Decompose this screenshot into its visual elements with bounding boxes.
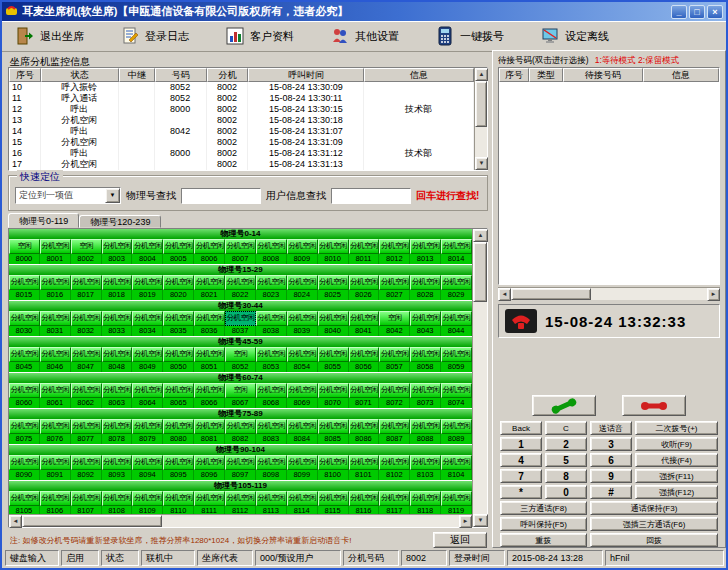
extension-button[interactable]: 分机空闲: [71, 311, 102, 326]
call-button[interactable]: [532, 395, 596, 416]
extension-button[interactable]: 分机空闲: [287, 275, 318, 290]
extension-button[interactable]: 分机空闲: [9, 347, 40, 362]
extension-button[interactable]: 分机空闲: [40, 491, 71, 506]
extension-button[interactable]: 分机空闲: [71, 455, 102, 470]
extension-button[interactable]: 分机空闲: [102, 491, 133, 506]
scroll-left-button[interactable]: ◄: [498, 288, 511, 301]
extension-button[interactable]: 分机空闲: [256, 419, 287, 434]
extension-button[interactable]: 分机空闲: [40, 347, 71, 362]
extension-button[interactable]: 分机空闲: [194, 347, 225, 362]
waiting-hscrollbar[interactable]: ◄ ►: [498, 287, 720, 300]
extension-button[interactable]: 分机空闲: [194, 491, 225, 506]
monitor-row[interactable]: 10呼入振铃8052800215-08-24 13:30:09: [9, 82, 474, 93]
extension-button[interactable]: 分机空闲: [287, 419, 318, 434]
extension-button[interactable]: 分机空闲: [256, 239, 287, 254]
scroll-down-button[interactable]: ▼: [473, 514, 488, 527]
extension-button[interactable]: 分机空闲: [287, 455, 318, 470]
extension-button[interactable]: 分机空闲: [194, 239, 225, 254]
scrollbar-track[interactable]: [473, 242, 487, 514]
extension-button[interactable]: 分机空闲: [410, 455, 441, 470]
extension-button[interactable]: 分机空闲: [379, 383, 410, 398]
extension-button[interactable]: 分机空闲: [102, 383, 133, 398]
extension-button[interactable]: 分机空闲: [102, 455, 133, 470]
keypad-button[interactable]: 7: [500, 469, 542, 483]
scroll-up-button[interactable]: ▲: [473, 229, 488, 242]
scrollbar-thumb[interactable]: [475, 81, 487, 127]
extension-button[interactable]: 分机空闲: [256, 491, 287, 506]
other-settings-button[interactable]: 其他设置: [325, 23, 404, 49]
extension-button[interactable]: 分机空闲: [163, 491, 194, 506]
monitor-row[interactable]: 12呼出8000800215-08-24 13:30:15技术部: [9, 104, 474, 115]
extension-button[interactable]: 分机空闲: [225, 419, 256, 434]
extension-button[interactable]: 分机空闲: [349, 347, 380, 362]
extension-button[interactable]: 分机空闲: [410, 419, 441, 434]
extension-button[interactable]: 分机空闲: [71, 383, 102, 398]
extension-button[interactable]: 空闲: [225, 347, 256, 362]
extension-button[interactable]: 分机空闲: [194, 419, 225, 434]
extension-button[interactable]: 空闲: [225, 383, 256, 398]
extension-button[interactable]: 分机空闲: [194, 275, 225, 290]
extension-button[interactable]: 分机空闲: [132, 275, 163, 290]
extension-button[interactable]: 分机空闲: [225, 239, 256, 254]
maximize-button[interactable]: □: [689, 5, 705, 19]
extension-button[interactable]: 分机空闲: [163, 311, 194, 326]
extension-button[interactable]: 分机空闲: [410, 311, 441, 326]
locate-field-select[interactable]: 定位到一项值 ▼: [15, 187, 121, 204]
keypad-button[interactable]: 通话保持(F3): [590, 501, 718, 515]
extension-button[interactable]: 分机空闲: [102, 311, 133, 326]
extension-button[interactable]: 分机空闲: [40, 311, 71, 326]
extension-button[interactable]: 分机空闲: [9, 311, 40, 326]
extension-button[interactable]: 分机空闲: [349, 239, 380, 254]
extension-button[interactable]: 分机空闲: [71, 275, 102, 290]
extension-button[interactable]: 分机空闲: [256, 347, 287, 362]
scrollbar-thumb[interactable]: [22, 515, 162, 527]
extension-button[interactable]: 空闲: [9, 239, 40, 254]
extension-button[interactable]: 分机空闲: [102, 275, 133, 290]
extension-button[interactable]: 分机空闲: [318, 491, 349, 506]
monitor-row[interactable]: 13分机空闲800215-08-24 13:30:18: [9, 115, 474, 126]
chevron-down-icon[interactable]: ▼: [105, 188, 120, 203]
extension-button[interactable]: 分机空闲: [379, 347, 410, 362]
keypad-button[interactable]: 重拨: [500, 533, 587, 547]
extension-button[interactable]: 分机空闲: [71, 419, 102, 434]
extension-button[interactable]: 分机空闲: [287, 347, 318, 362]
extension-button[interactable]: 分机空闲: [410, 491, 441, 506]
extension-button[interactable]: 分机空闲: [256, 311, 287, 326]
extension-button[interactable]: 分机空闲: [318, 419, 349, 434]
extension-button[interactable]: 分机空闲: [441, 239, 472, 254]
keypad-button[interactable]: 呼叫保持(F5): [500, 517, 587, 531]
extension-button[interactable]: 分机空闲: [349, 455, 380, 470]
extension-button[interactable]: 空闲: [71, 239, 102, 254]
extension-button[interactable]: 分机空闲: [225, 491, 256, 506]
extension-button[interactable]: 分机空闲: [379, 455, 410, 470]
extension-button[interactable]: 分机空闲: [194, 383, 225, 398]
keypad-button[interactable]: 强拆(F11): [635, 469, 718, 483]
extension-button[interactable]: 分机空闲: [9, 455, 40, 470]
extension-button[interactable]: 分机空闲: [9, 491, 40, 506]
extension-button[interactable]: 分机空闲: [318, 275, 349, 290]
extension-button[interactable]: 分机空闲: [318, 347, 349, 362]
user-search-input[interactable]: [331, 188, 411, 204]
keypad-button[interactable]: 5: [545, 453, 587, 467]
monitor-row[interactable]: 15分机空闲800215-08-24 13:31:09: [9, 137, 474, 148]
scroll-right-button[interactable]: ►: [707, 288, 720, 301]
extension-button[interactable]: 分机空闲: [9, 419, 40, 434]
extension-button[interactable]: 分机空闲: [379, 239, 410, 254]
scroll-up-button[interactable]: ▲: [475, 68, 488, 81]
monitor-scrollbar[interactable]: ▲ ▼: [474, 68, 487, 170]
extension-button[interactable]: 分机空闲: [349, 491, 380, 506]
extension-button[interactable]: 分机空闲: [163, 239, 194, 254]
extension-button[interactable]: 分机空闲: [349, 383, 380, 398]
tab-phys-0-119[interactable]: 物理号0-119: [8, 213, 79, 228]
back-button[interactable]: 返回: [433, 532, 487, 548]
extension-button[interactable]: 分机空闲: [71, 347, 102, 362]
extension-button[interactable]: 分机空闲: [9, 275, 40, 290]
scroll-left-button[interactable]: ◄: [9, 515, 22, 528]
keypad-button[interactable]: #: [590, 485, 632, 499]
hangup-button[interactable]: [622, 395, 686, 416]
keypad-button[interactable]: 4: [500, 453, 542, 467]
keypad-button[interactable]: 0: [545, 485, 587, 499]
extension-button[interactable]: 分机空闲: [102, 419, 133, 434]
extension-button[interactable]: 分机空闲: [287, 239, 318, 254]
extension-button[interactable]: 分机空闲: [256, 383, 287, 398]
